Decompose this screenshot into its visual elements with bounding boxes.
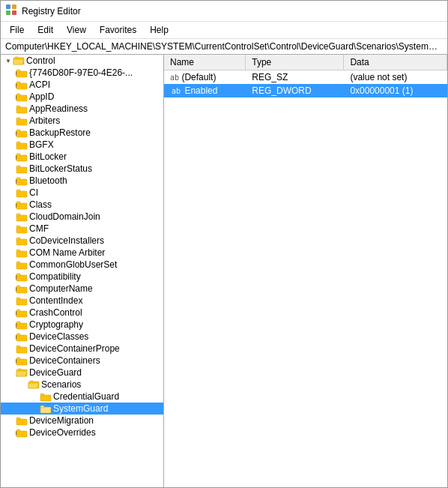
tree-item-label: SystemGuard [53,403,108,414]
svg-rect-67 [16,430,20,432]
title-bar: Registry Editor [1,1,447,22]
tree-item-label: Arbiters [29,115,60,126]
tree-item-appid[interactable]: ▶ AppID [1,91,163,103]
tree-item-deviceoverrides[interactable]: ▶ DeviceOverrides [1,427,163,439]
folder-icon [16,331,28,342]
tree-item-ci[interactable]: CI [1,187,163,199]
content-area: ▼ Control▶ {7746D80F-97E0-4E26-...▶ ACPI… [1,55,447,487]
tree-item-label: CMF [29,223,49,234]
folder-icon [16,415,28,426]
tree-item-crashcontrol[interactable]: ▶ CrashControl [1,307,163,319]
tree-item-devicecontainerprope[interactable]: DeviceContainerPrope [1,343,163,355]
expand-arrow: ▶ [1,94,16,100]
tree-item-label: DeviceGuard [29,367,82,378]
menu-view[interactable]: View [61,23,92,37]
expand-arrow: ▶ [1,178,16,184]
tree-item-codeviceinstallers[interactable]: CoDeviceInstallers [1,235,163,247]
tree-item-appreadiness[interactable]: AppReadiness [1,103,163,115]
folder-icon [16,115,28,126]
tree-item-arbiters[interactable]: Arbiters [1,115,163,127]
address-bar[interactable]: Computer\HKEY_LOCAL_MACHINE\SYSTEM\Curre… [1,39,447,55]
tree-item-computername[interactable]: ▶ ComputerName [1,283,163,295]
svg-rect-37 [16,250,20,252]
folder-icon [16,139,28,150]
svg-rect-53 [16,346,20,348]
tree-item-label: CloudDomainJoin [29,211,100,222]
tree-item-label: AppReadiness [29,103,88,114]
col-type: Type [246,55,344,70]
folder-icon [16,211,28,222]
expand-arrow: ▶ [1,430,16,436]
tree-item-backuprestore[interactable]: ▶ BackupRestore [1,127,163,139]
menu-file[interactable]: File [4,23,30,37]
tree-item-acpi[interactable]: ▶ ACPI [1,79,163,91]
menu-bar: File Edit View Favorites Help [1,22,447,39]
svg-marker-5 [13,59,24,64]
folder-icon [16,319,28,330]
svg-rect-29 [16,202,20,204]
tree-item-label: CoDeviceInstallers [29,235,104,246]
folder-icon [16,79,28,90]
svg-rect-7 [16,70,20,72]
expand-arrow: ▶ [1,322,16,328]
svg-rect-2 [6,10,10,15]
folder-icon [16,67,28,78]
table-row[interactable]: ab EnabledREG_DWORD0x00000001 (1) [164,84,447,97]
tree-item-label: ComputerName [29,283,93,294]
expand-arrow: ▶ [1,70,16,76]
tree-item-commonglobuserset[interactable]: CommonGlobUserSet [1,259,163,271]
menu-edit[interactable]: Edit [31,23,59,37]
tree-item-7746d80f[interactable]: ▶ {7746D80F-97E0-4E26-... [1,67,163,79]
tree-item-credentialguard[interactable]: CredentialGuard [1,391,163,403]
tree-item-compatibility[interactable]: ▶ Compatibility [1,271,163,283]
folder-icon [16,343,28,354]
tree-item-bluetooth[interactable]: ▶ Bluetooth [1,175,163,187]
tree-item-cmf[interactable]: CMF [1,223,163,235]
tree-item-comnamearbiter[interactable]: COM Name Arbiter [1,247,163,259]
folder-icon [40,403,52,414]
reg-data-cell: 0x00000001 (1) [344,84,447,97]
expand-arrow: ▶ [1,334,16,340]
folder-icon [16,271,28,282]
col-name: Name [164,55,246,70]
tree-item-scenarios[interactable]: ▼ Scenarios [1,379,163,391]
tree-item-bitlockerstatus[interactable]: BitLockerStatus [1,163,163,175]
tree-item-clouddomainjoin[interactable]: CloudDomainJoin [1,211,163,223]
tree-item-contentindex[interactable]: ContentIndex [1,295,163,307]
menu-favorites[interactable]: Favorites [94,23,142,37]
tree-item-devicecontainers[interactable]: ▶ DeviceContainers [1,355,163,367]
tree-item-bgfx[interactable]: BGFX [1,139,163,151]
tree-item-deviceguard[interactable]: ▼ DeviceGuard [1,367,163,379]
svg-rect-19 [16,142,20,144]
menu-help[interactable]: Help [144,23,175,37]
expand-arrow: ▶ [1,202,16,208]
folder-icon [28,379,40,390]
table-row[interactable]: ab (Default)REG_SZ(value not set) [164,70,447,85]
tree-item-systemguard[interactable]: SystemGuard [1,403,163,415]
svg-rect-21 [16,154,20,156]
svg-rect-39 [16,262,20,264]
folder-icon [16,175,28,186]
tree-item-bitlocker[interactable]: ▶ BitLocker [1,151,163,163]
svg-rect-33 [16,226,20,228]
tree-item-label: Compatibility [29,271,81,282]
tree-item-deviceclasses[interactable]: ▶ DeviceClasses [1,331,163,343]
expand-arrow: ▼ [1,382,28,388]
tree-item-label: DeviceContainerPrope [29,343,120,354]
tree-item-label: {7746D80F-97E0-4E26-... [29,67,133,78]
tree-item-label: AppID [29,91,54,102]
expand-arrow: ▶ [1,358,16,364]
tree-item-cryptography[interactable]: ▶ Cryptography [1,319,163,331]
tree-pane[interactable]: ▼ Control▶ {7746D80F-97E0-4E26-...▶ ACPI… [1,55,164,487]
tree-item-control[interactable]: ▼ Control [1,55,163,67]
folder-icon [16,127,28,138]
expand-arrow: ▼ [1,58,13,64]
detail-pane[interactable]: Name Type Data ab (Default)REG_SZ(value … [164,55,447,487]
tree-item-label: CommonGlobUserSet [29,259,117,270]
expand-arrow: ▶ [1,82,16,88]
svg-marker-59 [28,383,39,388]
tree-item-class[interactable]: ▶ Class [1,199,163,211]
tree-item-devicemigration[interactable]: DeviceMigration [1,415,163,427]
svg-rect-65 [16,418,20,420]
reg-data-cell: (value not set) [344,70,447,85]
